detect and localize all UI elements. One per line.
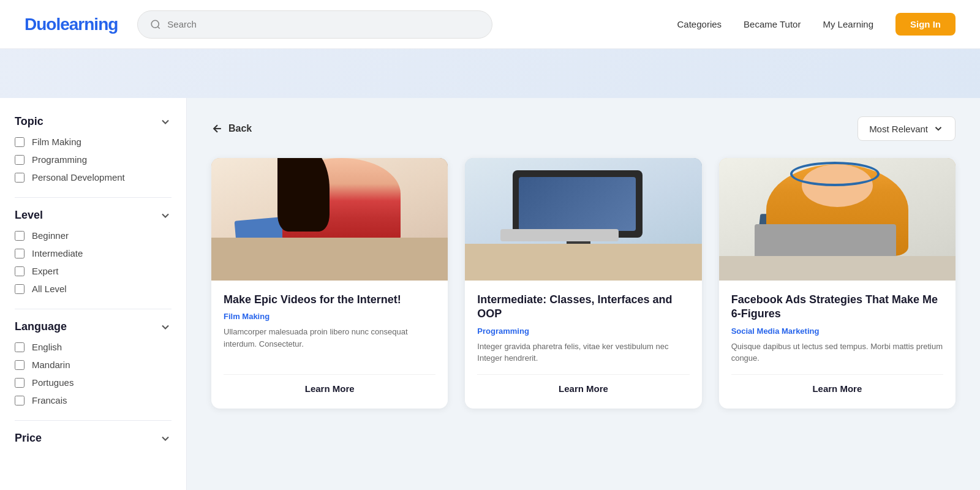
lang-mandarin-label: Mandarin — [32, 360, 70, 370]
level-all-item[interactable]: All Level — [15, 284, 172, 294]
level-filter-section: Level Beginner Intermediate Expert All L… — [15, 209, 172, 294]
price-filter-header[interactable]: Price — [15, 432, 172, 445]
search-input[interactable] — [167, 19, 480, 29]
card-1-category: Film Making — [224, 312, 435, 321]
card-1-description: Ullamcorper malesuada proin libero nunc … — [224, 326, 435, 364]
lang-english-label: English — [32, 342, 62, 352]
card-3-description: Quisque dapibus ut lectus sed tempus. Mo… — [731, 341, 943, 364]
card-3-category: Social Media Marketing — [731, 326, 943, 336]
lang-mandarin-item[interactable]: Mandarin — [15, 360, 172, 370]
topic-programming-checkbox[interactable] — [15, 155, 24, 165]
level-expert-label: Expert — [32, 266, 58, 276]
price-filter-section: Price — [15, 432, 172, 445]
card-3-image — [719, 158, 956, 281]
topic-personal-dev-label: Personal Development — [32, 172, 125, 183]
course-card-2: Intermediate: Classes, Interfaces and OO… — [465, 158, 701, 409]
card-3-body: Facebook Ads Strategies That Make Me 6-F… — [719, 281, 956, 409]
level-filter-header[interactable]: Level — [15, 209, 172, 222]
lang-english-item[interactable]: English — [15, 342, 172, 352]
content-area: Back Most Relevant — [187, 98, 980, 490]
nav-my-learning[interactable]: My Learning — [823, 19, 873, 29]
back-label: Back — [228, 123, 252, 134]
divider-level-language — [15, 309, 172, 309]
svg-point-0 — [152, 20, 159, 28]
level-beginner-label: Beginner — [32, 230, 69, 241]
language-filter-title: Language — [15, 320, 67, 333]
topic-film-making-label: Film Making — [32, 137, 81, 147]
lang-portugues-checkbox[interactable] — [15, 378, 24, 388]
content-toolbar: Back Most Relevant — [211, 116, 956, 141]
level-intermediate-label: Intermediate — [32, 248, 83, 258]
divider-topic-level — [15, 197, 172, 198]
level-chevron-icon — [159, 209, 172, 222]
topic-filter-section: Topic Film Making Programming Personal D… — [15, 115, 172, 183]
card-3-title: Facebook Ads Strategies That Make Me 6-F… — [731, 293, 943, 322]
lang-francais-label: Francais — [32, 395, 67, 405]
topic-film-making-checkbox[interactable] — [15, 137, 24, 147]
sort-chevron-icon — [933, 123, 944, 134]
search-bar[interactable] — [137, 10, 492, 39]
divider-language-price — [15, 420, 172, 421]
lang-mandarin-checkbox[interactable] — [15, 360, 24, 370]
card-3-learn-more[interactable]: Learn More — [731, 374, 943, 396]
brand-logo: Duolearning — [24, 15, 118, 34]
language-filter-section: Language English Mandarin Portugues Fran… — [15, 320, 172, 405]
lang-francais-item[interactable]: Francais — [15, 395, 172, 405]
nav-become-tutor[interactable]: Became Tutor — [744, 19, 801, 29]
card-2-category: Programming — [477, 326, 689, 336]
level-expert-checkbox[interactable] — [15, 266, 24, 276]
topic-programming-item[interactable]: Programming — [15, 154, 172, 165]
level-beginner-checkbox[interactable] — [15, 231, 24, 241]
level-expert-item[interactable]: Expert — [15, 266, 172, 276]
hero-band — [0, 49, 980, 98]
card-1-image — [211, 158, 448, 281]
topic-filter-header[interactable]: Topic — [15, 115, 172, 128]
lang-portugues-label: Portugues — [32, 377, 74, 388]
course-card-1: Make Epic Videos for the Internet! Film … — [211, 158, 448, 409]
level-beginner-item[interactable]: Beginner — [15, 230, 172, 241]
cards-grid: Make Epic Videos for the Internet! Film … — [211, 158, 956, 409]
card-2-body: Intermediate: Classes, Interfaces and OO… — [465, 281, 701, 409]
level-all-label: All Level — [32, 284, 67, 294]
topic-personal-dev-item[interactable]: Personal Development — [15, 172, 172, 183]
sort-label: Most Relevant — [869, 124, 928, 134]
course-card-3: Facebook Ads Strategies That Make Me 6-F… — [719, 158, 956, 409]
card-2-description: Integer gravida pharetra felis, vitae ke… — [477, 341, 689, 364]
main-layout: Topic Film Making Programming Personal D… — [0, 98, 980, 490]
price-chevron-icon — [159, 432, 172, 445]
svg-line-1 — [158, 26, 160, 28]
nav-categories[interactable]: Categories — [677, 19, 722, 29]
level-filter-title: Level — [15, 209, 43, 222]
lang-portugues-item[interactable]: Portugues — [15, 377, 172, 388]
card-1-body: Make Epic Videos for the Internet! Film … — [211, 281, 448, 409]
level-all-checkbox[interactable] — [15, 284, 24, 294]
sidebar: Topic Film Making Programming Personal D… — [0, 98, 187, 490]
sort-dropdown[interactable]: Most Relevant — [858, 116, 956, 141]
search-icon — [150, 19, 161, 30]
lang-francais-checkbox[interactable] — [15, 396, 24, 405]
nav-links: Categories Became Tutor My Learning Sign… — [677, 13, 956, 36]
language-filter-header[interactable]: Language — [15, 320, 172, 333]
signin-button[interactable]: Sign In — [895, 13, 956, 36]
lang-english-checkbox[interactable] — [15, 342, 24, 352]
level-intermediate-item[interactable]: Intermediate — [15, 248, 172, 258]
card-1-title: Make Epic Videos for the Internet! — [224, 293, 435, 307]
card-2-learn-more[interactable]: Learn More — [477, 374, 689, 396]
card-2-image — [465, 158, 701, 281]
card-1-learn-more[interactable]: Learn More — [224, 374, 435, 396]
navbar: Duolearning Categories Became Tutor My L… — [0, 0, 980, 49]
card-2-title: Intermediate: Classes, Interfaces and OO… — [477, 293, 689, 322]
back-button[interactable]: Back — [211, 123, 252, 135]
level-intermediate-checkbox[interactable] — [15, 249, 24, 258]
topic-film-making-item[interactable]: Film Making — [15, 137, 172, 147]
back-arrow-icon — [211, 123, 224, 135]
language-chevron-icon — [159, 321, 172, 333]
topic-personal-dev-checkbox[interactable] — [15, 173, 24, 183]
price-filter-title: Price — [15, 432, 42, 445]
topic-filter-title: Topic — [15, 115, 43, 128]
topic-programming-label: Programming — [32, 154, 87, 165]
topic-chevron-icon — [159, 116, 172, 128]
